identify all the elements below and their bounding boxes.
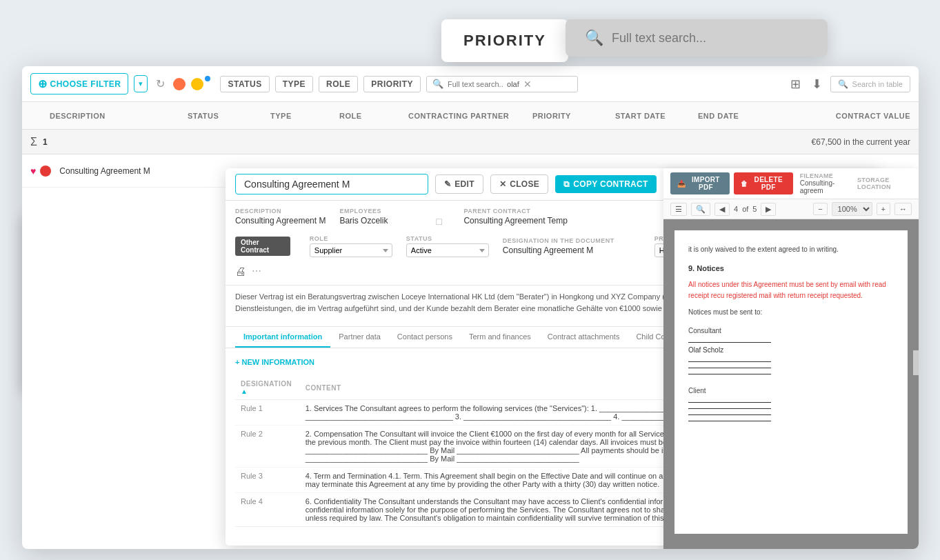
more-actions-icon[interactable]: ⋯ (252, 266, 261, 278)
sigma-icon: Σ (30, 136, 37, 148)
tab-important-information[interactable]: Important information (235, 327, 330, 348)
pdf-notices-text: All notices under this Agreement must be… (688, 279, 894, 301)
partner-header[interactable]: CONTRACTING PARTNER (408, 112, 532, 120)
pdf-page-current: 4 (734, 205, 738, 213)
parent-contract-field: PARENT CONTRACT Consulting Agreement Tem… (463, 208, 568, 227)
toolbar: ⊕ CHOOSE FILTER ▾ ↻ STATUS TYPE ROLE PRI… (22, 66, 919, 102)
other-contract-badge: Other Contract (235, 237, 290, 256)
summary-row: Σ 1 €67,500 in the current year (22, 130, 919, 154)
search-bar-icon: 🔍 (432, 79, 443, 89)
pdf-prev-page[interactable]: ◀ (714, 203, 730, 216)
tab-partner-data[interactable]: Partner data (330, 327, 389, 348)
status-indicator (40, 166, 51, 177)
table-search-placeholder: Search in table (852, 80, 903, 88)
pdf-client-label: Client (688, 386, 894, 397)
pdf-client-line-2 (688, 408, 771, 409)
column-headers: DESCRIPTION STATUS TYPE ROLE CONTRACTING… (22, 102, 919, 130)
start-date-header[interactable]: START DATE (615, 112, 698, 120)
grid-view-button[interactable]: ⊞ (788, 74, 803, 94)
type-header[interactable]: TYPE (270, 112, 339, 120)
status-select[interactable]: Active (406, 243, 489, 257)
contract-value-header[interactable]: CONTRACT VALUE (781, 112, 910, 120)
download-button[interactable]: ⬇ (809, 74, 825, 94)
full-text-search-input[interactable] (612, 31, 777, 46)
choose-filter-button[interactable]: ⊕ CHOOSE FILTER (30, 73, 128, 94)
pdf-navigation: ☰ 🔍 ◀ 4 of 5 ▶ − 100% + ↔ (663, 199, 919, 219)
record-count: 1 (43, 137, 48, 147)
new-information-button[interactable]: + NEW INFORMATION (235, 358, 314, 366)
role-header[interactable]: ROLE (339, 112, 408, 120)
clear-search-button[interactable]: ✕ (523, 79, 532, 90)
status-filter-chip[interactable]: STATUS (220, 76, 269, 92)
pdf-zoom-out-button[interactable]: 🔍 (691, 203, 710, 216)
pdf-fit-button[interactable]: ↔ (894, 203, 912, 215)
pdf-page-separator: of (742, 205, 748, 213)
type-filter-chip[interactable]: TYPE (275, 76, 313, 92)
import-pdf-button[interactable]: 📥 IMPORT PDF (670, 172, 730, 194)
edit-contract-button[interactable]: ✎ EDIT (435, 174, 483, 194)
role-field: ROLE Supplier (310, 235, 392, 257)
close-contract-button[interactable]: ✕ CLOSE (490, 174, 548, 194)
pdf-client-line-4 (688, 421, 771, 421)
role-filter-chip[interactable]: ROLE (319, 76, 358, 92)
contract-title-input[interactable] (235, 174, 428, 194)
pdf-signature-line-1 (688, 342, 771, 343)
refresh-button[interactable]: ↻ (153, 74, 168, 93)
delete-icon: 🗑 (741, 180, 748, 188)
search-tooltip-icon: 🔍 (585, 29, 603, 47)
filename-area: FILENAME Consulting-agreem (800, 172, 848, 194)
favorite-icon[interactable]: ♥ (30, 166, 36, 177)
pdf-consultant-label: Consultant (688, 326, 894, 337)
copy-contract-button[interactable]: ⧉ COPY CONTRACT (555, 175, 657, 193)
pdf-zoom-select[interactable]: 100% (832, 202, 872, 216)
blue-notification-dot (205, 76, 210, 81)
yellow-filter-dot[interactable] (191, 78, 203, 90)
pdf-zoom-minus[interactable]: − (813, 203, 827, 215)
pdf-panel: 📥 IMPORT PDF 🗑 DELETE PDF FILENAME Consu… (663, 168, 919, 549)
pdf-client-line-3 (688, 414, 771, 415)
orange-filter-dot[interactable] (173, 78, 186, 90)
tab-contract-attachments[interactable]: Contract attachments (539, 327, 628, 348)
role-select[interactable]: Supplier (310, 243, 392, 257)
sort-arrow: ▲ (241, 388, 248, 395)
priority-tooltip-text: PRIORITY (463, 32, 546, 49)
summary-value: €67,500 in the current year (812, 137, 910, 147)
tab-term-finances[interactable]: Term and finances (461, 327, 539, 348)
description-field: DESCRIPTION Consulting Agreement M (235, 208, 326, 227)
full-text-search-bar[interactable]: 🔍 olaf ✕ (426, 76, 578, 92)
copy-icon: ⧉ (563, 179, 570, 189)
toolbar-right: ⊞ ⬇ 🔍 Search in table (788, 74, 910, 94)
designation-col-header[interactable]: DESIGNATION ▲ (235, 376, 300, 400)
priority-filter-chip[interactable]: PRIORITY (363, 76, 421, 92)
pdf-expand-handle[interactable]: » (913, 350, 919, 375)
pdf-consultant-name: Olaf Scholz (688, 345, 894, 356)
status-header[interactable]: STATUS (188, 112, 270, 120)
search-tooltip[interactable]: 🔍 (566, 19, 828, 57)
priority-tooltip: PRIORITY (441, 19, 568, 62)
print-icon[interactable]: 🖨 (235, 266, 246, 278)
pdf-signature-line-4 (688, 374, 771, 374)
pdf-toolbar: 📥 IMPORT PDF 🗑 DELETE PDF FILENAME Consu… (663, 168, 919, 199)
close-icon: ✕ (499, 179, 506, 189)
import-icon: 📥 (677, 180, 686, 188)
tab-contact-persons[interactable]: Contact persons (389, 327, 461, 348)
delete-pdf-button[interactable]: 🗑 DELETE PDF (734, 172, 792, 194)
pdf-signature-line-2 (688, 361, 771, 362)
pdf-section-9-title: 9. Notices (688, 263, 894, 275)
end-date-header[interactable]: END DATE (698, 112, 781, 120)
pdf-client-line-1 (688, 402, 771, 403)
pdf-link-icon: □ (436, 208, 450, 227)
status-field: STATUS Active (406, 235, 489, 257)
description-header[interactable]: DESCRIPTION (50, 112, 188, 120)
table-search-bar[interactable]: 🔍 Search in table (830, 76, 910, 92)
search-bar-value: olaf (507, 80, 519, 88)
filter-dropdown-arrow[interactable]: ▾ (134, 75, 148, 92)
search-bar-placeholder[interactable] (448, 80, 503, 88)
pdf-zoom-plus[interactable]: + (877, 203, 890, 215)
pdf-signature-line-3 (688, 368, 771, 368)
priority-header[interactable]: PRIORITY (532, 112, 615, 120)
edit-icon: ✎ (444, 179, 451, 189)
pdf-sidebar-toggle[interactable]: ☰ (670, 203, 687, 216)
pdf-next-page[interactable]: ▶ (761, 203, 776, 216)
table-search-icon: 🔍 (838, 79, 848, 89)
